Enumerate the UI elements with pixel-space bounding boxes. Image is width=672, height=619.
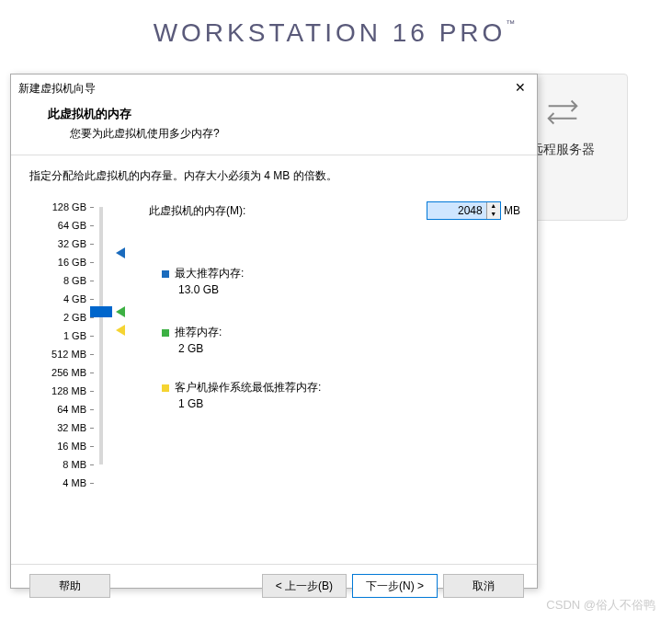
- recommended-marker-icon: [116, 306, 125, 317]
- close-icon[interactable]: ✕: [511, 79, 530, 97]
- legend-min: 客户机操作系统最低推荐内存: 1 GB: [162, 380, 321, 410]
- min-marker-icon: [116, 325, 125, 336]
- scale-tick: 16 MB: [29, 437, 94, 455]
- back-button[interactable]: < 上一步(B): [262, 574, 347, 598]
- scale-tick: 4 MB: [29, 474, 94, 492]
- memory-spinner[interactable]: ▲ ▼: [427, 201, 501, 220]
- scale-tick: 2 GB: [29, 308, 94, 327]
- brand-title: WORKSTATION 16 PRO™: [0, 0, 672, 48]
- dialog-description: 指定分配给此虚拟机的内存量。内存大小必须为 4 MB 的倍数。: [29, 168, 518, 184]
- max-marker-icon: [116, 247, 125, 258]
- square-blue-icon: [162, 270, 169, 278]
- slider-thumb[interactable]: [90, 306, 112, 317]
- scale-tick: 4 GB: [29, 290, 94, 308]
- scale-tick: 1 GB: [29, 327, 94, 345]
- legend-max: 最大推荐内存: 13.0 GB: [162, 266, 244, 296]
- slider-rail[interactable]: [99, 207, 103, 464]
- dialog-subheading: 您要为此虚拟机使用多少内存?: [48, 126, 518, 142]
- wizard-dialog: 新建虚拟机向导 ✕ 此虚拟机的内存 您要为此虚拟机使用多少内存? 指定分配给此虚…: [10, 74, 538, 589]
- square-yellow-icon: [162, 384, 169, 392]
- square-green-icon: [162, 329, 169, 337]
- cancel-button[interactable]: 取消: [443, 574, 524, 598]
- scale-tick: 8 MB: [29, 455, 94, 474]
- memory-label: 此虚拟机的内存(M):: [149, 203, 427, 219]
- scale-tick: 64 GB: [29, 216, 94, 235]
- scale-tick: 32 MB: [29, 418, 94, 437]
- dialog-title: 新建虚拟机向导: [18, 75, 96, 102]
- scale-tick: 8 GB: [29, 271, 94, 290]
- scale-tick: 16 GB: [29, 253, 94, 271]
- next-button[interactable]: 下一步(N) >: [352, 574, 438, 598]
- spinner-down-icon[interactable]: ▼: [487, 211, 500, 219]
- memory-scale: 128 GB64 GB32 GB16 GB8 GB4 GB2 GB1 GB512…: [29, 198, 94, 492]
- watermark: CSDN @俗人不俗鸭: [546, 597, 655, 613]
- transfer-icon: [541, 123, 584, 136]
- scale-tick: 512 MB: [29, 345, 94, 363]
- scale-tick: 128 MB: [29, 382, 94, 400]
- help-button[interactable]: 帮助: [29, 574, 110, 598]
- spinner-up-icon[interactable]: ▲: [487, 202, 500, 211]
- scale-tick: 64 MB: [29, 400, 94, 418]
- scale-tick: 32 GB: [29, 235, 94, 253]
- scale-tick: 256 MB: [29, 363, 94, 382]
- scale-tick: 128 GB: [29, 198, 94, 216]
- dialog-heading: 此虚拟机的内存: [48, 106, 518, 122]
- legend-recommended: 推荐内存: 2 GB: [162, 325, 222, 355]
- memory-unit: MB: [504, 204, 520, 217]
- memory-input[interactable]: [427, 202, 486, 219]
